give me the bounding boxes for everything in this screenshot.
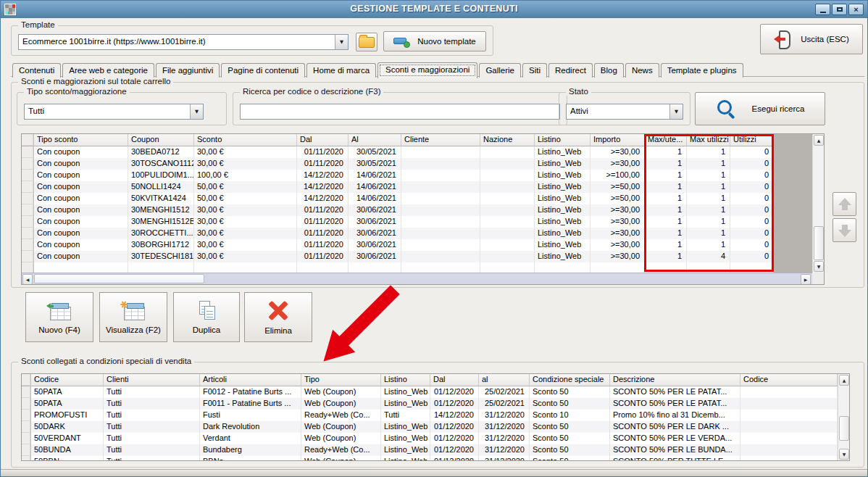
tab-siti[interactable]: Siti <box>522 63 547 78</box>
column-header[interactable]: Clienti <box>104 374 200 386</box>
cell: Sconto 50 <box>530 433 610 444</box>
dropdown-button[interactable]: ▼ <box>190 104 203 119</box>
column-header[interactable]: Articoli <box>200 374 301 386</box>
tab-gallerie[interactable]: Gallerie <box>479 63 521 78</box>
column-header[interactable]: Al <box>349 134 401 146</box>
new-template-button[interactable]: Nuovo template <box>383 31 486 51</box>
delete-record-button[interactable]: Elimina <box>244 292 312 342</box>
table-row[interactable]: 50VERDANTTuttiVerdantWeb (Coupon)Listino… <box>22 433 838 444</box>
column-header[interactable]: Cliente <box>401 134 480 146</box>
table-row[interactable]: Con coupon30ROCCHETTI...30,00 €01/11/202… <box>22 228 774 239</box>
column-header[interactable]: Condizione speciale <box>530 374 610 386</box>
table-row[interactable]: Con coupon30BEDA071230,00 €01/11/202030/… <box>22 146 774 158</box>
exit-button[interactable]: Uscita (ESC) <box>760 24 863 54</box>
scroll-up-button[interactable]: ▲ <box>814 135 824 146</box>
scrollbar-thumb[interactable] <box>34 274 204 283</box>
scroll-down-button[interactable]: ▼ <box>839 449 849 460</box>
column-header[interactable]: Codice <box>740 374 838 386</box>
tab-template-e-plugins[interactable]: Template e plugins <box>661 63 743 78</box>
column-header[interactable]: Coupon <box>128 134 194 146</box>
dropdown-button[interactable]: ▼ <box>669 104 683 119</box>
maximize-button[interactable] <box>832 4 847 15</box>
table-row[interactable]: Con coupon30MENGHI151230,00 €01/11/20203… <box>22 204 774 216</box>
tab-file-aggiuntivi[interactable]: File aggiuntivi <box>156 63 220 78</box>
table-new-icon <box>46 301 72 320</box>
table-row[interactable]: Con coupon50NOLLI142450,00 €14/12/202014… <box>22 181 774 193</box>
vertical-scrollbar[interactable]: ▲ ▼ <box>838 374 849 460</box>
row-stub-header[interactable] <box>22 134 34 146</box>
open-template-button[interactable] <box>356 33 377 51</box>
cell: Con coupon <box>34 216 128 228</box>
table-row[interactable]: PROMOFUSTITuttiFustiReady+Web (Co...Tutt… <box>22 410 838 421</box>
cell: Tutti <box>104 456 200 461</box>
scroll-right-button[interactable]: ▶ <box>801 274 811 285</box>
horizontal-scrollbar[interactable]: ◀ ▶ <box>22 273 812 284</box>
tab-pagine-di-contenuti[interactable]: Pagine di contenuti <box>221 63 305 78</box>
cell: 14/06/2021 <box>349 170 401 181</box>
scroll-left-button[interactable]: ◀ <box>22 274 33 285</box>
cell: 0 <box>730 204 774 216</box>
column-header[interactable]: Descrizione <box>610 374 740 386</box>
tab-contenuti[interactable]: Contenuti <box>12 63 61 78</box>
cell: Listino_Web <box>535 204 591 216</box>
column-header[interactable]: Dal <box>430 374 479 386</box>
scrollbar-thumb[interactable] <box>839 416 849 441</box>
vertical-scrollbar[interactable]: ▲ ▼ <box>812 134 824 273</box>
row-stub-header[interactable] <box>22 374 31 386</box>
column-header[interactable]: Max utilizzi <box>687 134 730 146</box>
column-header[interactable]: Nazione <box>480 134 535 146</box>
cell: 100PULIDOIM1... <box>128 170 194 181</box>
scrollbar-thumb[interactable] <box>814 226 824 260</box>
duplicate-record-button[interactable]: Duplica <box>173 292 240 342</box>
dropdown-button[interactable]: ▼ <box>335 35 348 49</box>
column-header[interactable]: Tipo <box>301 374 381 386</box>
tab-redirect[interactable]: Redirect <box>548 63 593 78</box>
table-row[interactable]: 50DARKTuttiDark RevolutionWeb (Coupon)Li… <box>22 421 838 433</box>
table-row[interactable]: Con coupon30BORGHI171230,00 €01/11/20203… <box>22 239 774 251</box>
table-row[interactable]: Con coupon30TOSCANO111230,00 €01/11/2020… <box>22 158 774 170</box>
tab-sconti-e-maggiorazioni[interactable]: Sconti e maggiorazioni <box>377 62 477 78</box>
close-button[interactable]: × <box>848 4 864 15</box>
column-header[interactable]: Max/ute... <box>645 134 687 146</box>
table-row[interactable]: Con coupon30MENGHI1512B30,00 €01/11/2020… <box>22 216 774 228</box>
column-header[interactable]: Tipo sconto <box>34 134 128 146</box>
cell <box>480 204 535 216</box>
cell: 30/06/2021 <box>349 204 401 216</box>
table-row[interactable]: 50PATATuttiF0012 - Patatine Burts ...Web… <box>22 386 838 398</box>
tipo-filter-select[interactable]: Tutti ▼ <box>24 104 204 120</box>
run-search-button[interactable]: Esegui ricerca <box>695 92 825 125</box>
search-input[interactable] <box>240 104 560 120</box>
column-header[interactable]: Codice <box>31 374 104 386</box>
move-down-button[interactable] <box>832 218 856 242</box>
stato-filter-select[interactable]: Attivi ▼ <box>566 104 683 120</box>
scroll-down-button[interactable]: ▼ <box>814 261 824 272</box>
table-row[interactable]: 50BUNDATuttiBundabergReady+Web (Co...Lis… <box>22 444 838 456</box>
column-header[interactable]: Sconto <box>194 134 297 146</box>
move-up-button[interactable] <box>832 192 856 216</box>
row-stub <box>22 421 31 433</box>
table-row[interactable]: 50BBNTuttiBBNsWeb (Coupon)Listino_Web01/… <box>22 456 838 461</box>
tab-home-di-marca[interactable]: Home di marca <box>306 63 376 78</box>
cell <box>480 193 535 204</box>
view-record-button[interactable]: Visualizza (F2) <box>99 292 167 342</box>
new-record-button[interactable]: Nuovo (F4) <box>25 292 93 342</box>
table-row[interactable]: Con coupon100PULIDOIM1...100,00 €14/12/2… <box>22 170 774 181</box>
column-header[interactable]: Listino <box>535 134 591 146</box>
column-header[interactable]: Importo <box>591 134 645 146</box>
cell: Sconto 50 <box>530 386 610 398</box>
template-select[interactable]: Ecommerce 1001birre.it (https://www.1001… <box>18 34 349 50</box>
tab-news[interactable]: News <box>625 63 659 78</box>
column-header[interactable]: Listino <box>381 374 430 386</box>
table-row[interactable]: Con coupon50KVITKA142450,00 €14/12/20201… <box>22 193 774 204</box>
column-header[interactable]: al <box>479 374 530 386</box>
column-header[interactable]: Dal <box>297 134 349 146</box>
minimize-button[interactable] <box>815 4 830 15</box>
column-header[interactable]: Utilizzi <box>730 134 774 146</box>
table-row[interactable]: 50PATATuttiF0011 - Patatine Burts ...Web… <box>22 398 838 410</box>
scroll-up-button[interactable]: ▲ <box>839 375 849 386</box>
tab-aree-web-e-categorie[interactable]: Aree web e categorie <box>62 63 154 78</box>
table-row[interactable]: Con coupon30TEDESCHI181230,00 €01/11/202… <box>22 251 774 262</box>
cell: 1 <box>687 204 730 216</box>
tab-blog[interactable]: Blog <box>594 63 624 78</box>
row-stub <box>22 193 34 204</box>
